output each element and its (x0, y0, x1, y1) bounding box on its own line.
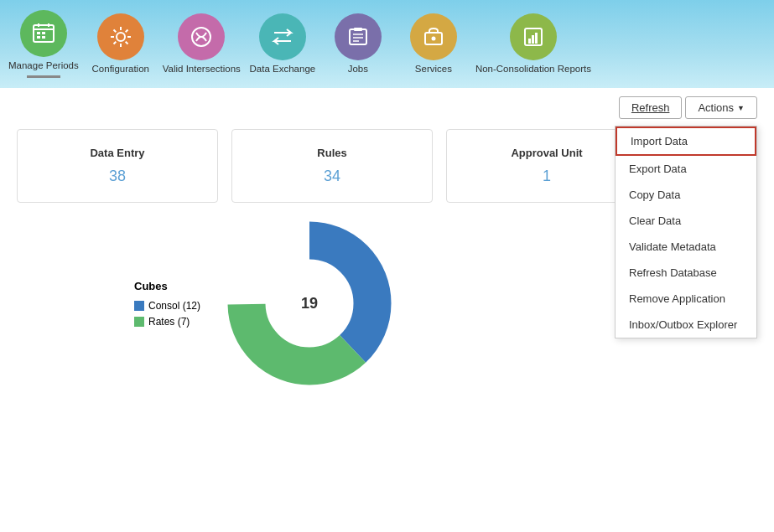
services-icon (410, 13, 457, 60)
clear-data-item[interactable]: Clear Data (616, 208, 756, 234)
refresh-database-item[interactable]: Refresh Database (616, 260, 756, 286)
nav-label-data-exchange: Data Exchange (250, 64, 316, 75)
content-area: Refresh Actions Import Data Export Data … (0, 88, 774, 395)
stat-card-approval-unit-value: 1 (467, 168, 626, 185)
actions-dropdown: Import Data Export Data Copy Data Clear … (615, 126, 757, 338)
svg-rect-10 (350, 29, 366, 44)
nav-item-non-consolidation-reports[interactable]: Non-Consolidation Reports (475, 13, 591, 75)
svg-rect-4 (37, 32, 40, 34)
legend-consol-dot (134, 301, 144, 311)
donut-chart: 19 (226, 220, 393, 387)
nav-label-configuration: Configuration (92, 64, 149, 75)
nav-label-jobs: Jobs (348, 64, 368, 75)
stat-card-rules-value: 34 (252, 168, 412, 185)
svg-rect-18 (528, 39, 531, 44)
svg-point-16 (431, 36, 435, 40)
nav-item-data-exchange[interactable]: Data Exchange (249, 13, 316, 75)
nav-label-services: Services (415, 64, 452, 75)
chart-title: Cubes (134, 280, 200, 292)
configuration-icon (97, 13, 144, 60)
svg-rect-20 (535, 33, 538, 44)
svg-rect-19 (532, 35, 534, 44)
legend-rates-dot (134, 317, 144, 327)
donut-center-value: 19 (301, 295, 318, 312)
legend-rates-label: Rates (7) (148, 316, 190, 328)
nav-item-jobs[interactable]: Jobs (325, 13, 392, 75)
stat-card-data-entry: Data Entry 38 (17, 129, 218, 203)
data-exchange-icon (259, 13, 306, 60)
toolbar: Refresh Actions (17, 96, 757, 119)
svg-rect-14 (354, 28, 362, 31)
stat-card-data-entry-title: Data Entry (38, 147, 197, 159)
stat-card-rules-title: Rules (252, 147, 412, 159)
jobs-icon (335, 13, 382, 60)
remove-application-item[interactable]: Remove Application (616, 286, 756, 312)
copy-data-item[interactable]: Copy Data (616, 182, 756, 208)
nav-label-manage-periods: Manage Periods (8, 60, 79, 72)
import-data-item[interactable]: Import Data (616, 127, 756, 156)
nav-item-valid-intersections[interactable]: Valid Intersections (163, 13, 241, 75)
refresh-button[interactable]: Refresh (619, 96, 683, 119)
nav-bar: Manage Periods Configuration Valid Inter… (0, 0, 774, 88)
nav-label-non-consolidation-reports: Non-Consolidation Reports (475, 64, 591, 75)
chart-legend: Cubes Consol (12) Rates (7) (134, 280, 200, 328)
stat-card-data-entry-value: 38 (38, 168, 197, 185)
validate-metadata-item[interactable]: Validate Metadata (616, 234, 756, 260)
svg-point-8 (117, 33, 125, 41)
svg-rect-7 (42, 36, 45, 39)
svg-rect-5 (42, 32, 45, 34)
nav-item-services[interactable]: Services (400, 13, 467, 75)
stat-card-rules: Rules 34 (231, 129, 433, 203)
legend-rates: Rates (7) (134, 316, 200, 328)
svg-rect-6 (37, 36, 40, 39)
stat-card-approval-unit-title: Approval Unit (467, 147, 626, 159)
actions-button[interactable]: Actions (685, 96, 757, 119)
nav-label-valid-intersections: Valid Intersections (163, 64, 241, 75)
manage-periods-icon (20, 10, 67, 57)
nav-underline (27, 75, 60, 78)
legend-consol: Consol (12) (134, 300, 200, 312)
non-consolidation-reports-icon (510, 13, 557, 60)
inbox-outbox-explorer-item[interactable]: Inbox/Outbox Explorer (616, 312, 756, 338)
legend-consol-label: Consol (12) (148, 300, 200, 312)
nav-item-manage-periods[interactable]: Manage Periods (8, 10, 79, 78)
nav-item-configuration[interactable]: Configuration (87, 13, 154, 75)
valid-intersections-icon (178, 13, 225, 60)
export-data-item[interactable]: Export Data (616, 156, 756, 182)
